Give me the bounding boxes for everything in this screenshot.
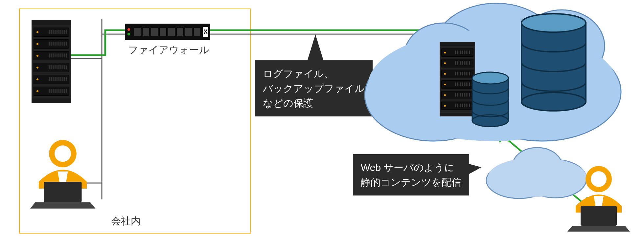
svg-marker-12 (30, 202, 96, 209)
server-rack-cloud (440, 42, 475, 116)
callout-static-content: Web サーバのように 静的コンテンツを配信 (353, 154, 469, 195)
firewall-badge-icon: X (203, 27, 208, 37)
firewall-device: X (125, 24, 210, 40)
callout1-line3: などの保護 (263, 96, 365, 111)
firewall-label: ファイアウォール (128, 43, 209, 57)
svg-marker-5 (307, 34, 324, 61)
svg-marker-36 (567, 226, 630, 232)
company-label: 会社内 (111, 215, 141, 228)
svg-rect-28 (521, 23, 586, 102)
svg-point-32 (591, 171, 607, 187)
svg-rect-35 (581, 206, 617, 226)
person-internal (25, 137, 101, 209)
svg-rect-11 (44, 182, 82, 202)
callout1-line1: ログファイル、 (263, 66, 365, 81)
person-external (563, 163, 635, 232)
diagram-stage: 会社内 (0, 0, 644, 246)
callout2-line1: Web サーバのように (361, 160, 461, 175)
database-large (519, 13, 588, 112)
svg-point-26 (472, 72, 508, 84)
server-rack-internal (32, 20, 71, 103)
database-small (471, 72, 510, 127)
callout2-line2: 静的コンテンツを配信 (361, 175, 461, 190)
svg-point-30 (521, 14, 586, 32)
svg-point-29 (521, 92, 586, 111)
callout-logs-backup: ログファイル、 バックアップファイル などの保護 (255, 60, 373, 116)
callout1-line2: バックアップファイル (263, 81, 365, 96)
svg-point-8 (55, 145, 71, 162)
